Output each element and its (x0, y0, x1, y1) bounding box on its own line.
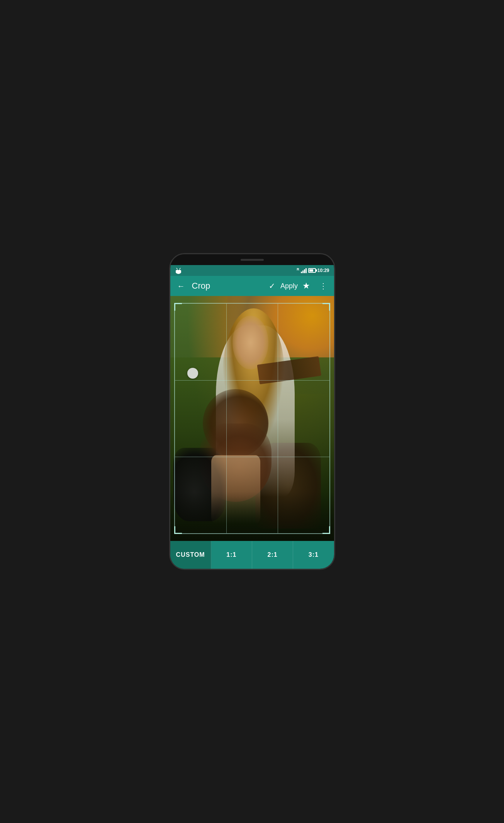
svg-point-2 (176, 270, 178, 271)
image-container (170, 296, 334, 541)
page-title: Crop (192, 281, 265, 291)
signal-bar-4 (305, 268, 307, 273)
star-icon: ★ (302, 281, 310, 291)
ratio-custom-label: CUSTOM (176, 551, 205, 558)
bottom-toolbar: CUSTOM 1:1 2:1 3:1 (170, 541, 334, 569)
status-left (175, 267, 182, 274)
more-options-button[interactable]: ⋮ (316, 278, 331, 294)
r-badge: R (297, 267, 299, 271)
ratio-1-1-label: 1:1 (226, 551, 236, 558)
photo-background (170, 296, 334, 541)
scene-overlay (170, 296, 334, 541)
phone-top-bar (170, 254, 334, 265)
ratio-3-1-button[interactable]: 3:1 (293, 541, 334, 569)
ratio-3-1-label: 3:1 (309, 551, 319, 558)
phone-frame: R 10:29 ← Crop ✓ Apply (169, 253, 335, 570)
signal-bar-2 (302, 270, 304, 273)
battery-fill (309, 269, 313, 272)
android-icon (175, 267, 182, 274)
apply-label: Apply (280, 282, 298, 290)
more-icon: ⋮ (319, 281, 327, 291)
ratio-2-1-button[interactable]: 2:1 (252, 541, 293, 569)
status-bar: R 10:29 (170, 265, 334, 276)
phone-speaker (241, 259, 264, 261)
status-right: R 10:29 (297, 268, 329, 273)
svg-point-3 (179, 270, 180, 271)
toolbar-actions: ✓ Apply ★ ⋮ (265, 278, 331, 294)
check-icon: ✓ (269, 281, 275, 291)
status-time: 10:29 (317, 268, 329, 273)
back-icon: ← (177, 282, 185, 291)
ratio-custom-button[interactable]: CUSTOM (170, 541, 211, 569)
apply-button[interactable]: Apply (282, 278, 297, 294)
favorite-button[interactable]: ★ (299, 278, 314, 294)
ratio-2-1-label: 2:1 (268, 551, 278, 558)
back-button[interactable]: ← (173, 278, 189, 294)
signal-bar-1 (301, 272, 302, 273)
svg-line-4 (176, 268, 177, 269)
battery-icon (308, 268, 316, 273)
ground (170, 492, 334, 541)
ratio-1-1-button[interactable]: 1:1 (211, 541, 252, 569)
check-button[interactable]: ✓ (265, 278, 280, 294)
signal-icon (301, 268, 307, 273)
signal-bar-3 (304, 269, 305, 273)
svg-line-5 (180, 268, 180, 269)
toolbar: ← Crop ✓ Apply ★ ⋮ (170, 276, 334, 296)
person-face (232, 316, 268, 369)
svg-rect-1 (176, 270, 181, 273)
